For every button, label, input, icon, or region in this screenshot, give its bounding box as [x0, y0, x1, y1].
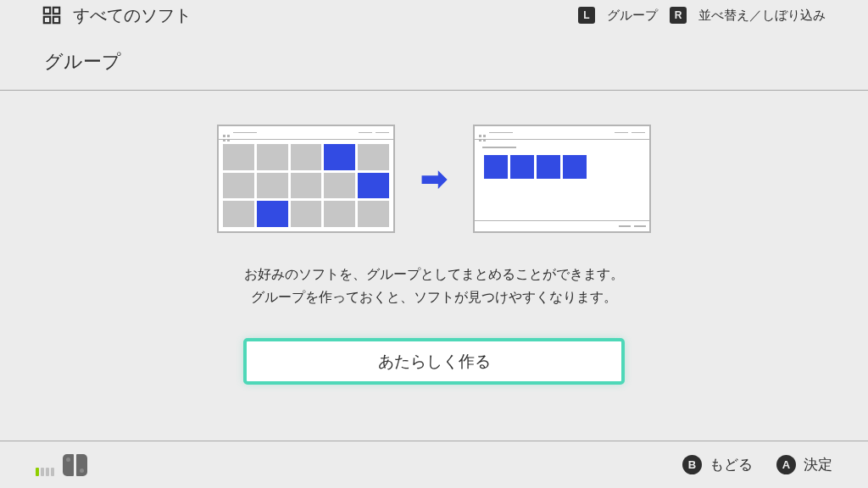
r-button-badge: R [670, 7, 687, 24]
svg-rect-9 [483, 135, 486, 137]
ok-label: 決定 [804, 455, 832, 474]
group-overlay: グループ ➡ [0, 30, 868, 488]
back-hint: B もどる [682, 455, 753, 474]
grid-icon [42, 6, 61, 25]
illustration-window-left [217, 125, 395, 233]
svg-rect-5 [227, 135, 230, 137]
arrow-icon: ➡ [420, 160, 448, 197]
controller-indicator [36, 454, 87, 476]
l-button-badge: L [578, 7, 595, 24]
svg-rect-1 [53, 8, 59, 14]
l-button-label: グループ [607, 8, 658, 24]
overlay-header: グループ [0, 30, 868, 91]
overlay-body: ➡ [0, 91, 868, 488]
background-title: すべてのソフト [73, 4, 192, 27]
overlay-title: グループ [44, 49, 824, 75]
joycon-left-icon [63, 454, 74, 476]
b-button-icon: B [682, 455, 702, 474]
svg-rect-2 [44, 17, 50, 23]
create-new-button[interactable]: あたらしく作る [243, 338, 625, 385]
svg-rect-3 [53, 17, 59, 23]
desc-line-2: グループを作っておくと、ソフトが見つけやすくなります。 [244, 286, 624, 308]
illustration-window-right [473, 125, 651, 233]
svg-rect-0 [44, 8, 50, 14]
back-label: もどる [709, 455, 753, 474]
description: お好みのソフトを、グループとしてまとめることができます。 グループを作っておくと… [244, 263, 624, 308]
svg-rect-4 [223, 135, 225, 137]
background-header: すべてのソフト L グループ R 並べ替え／しぼり込み [0, 0, 868, 30]
r-button-label: 並べ替え／しぼり込み [698, 8, 826, 24]
joycon-right-icon [76, 454, 87, 476]
svg-rect-8 [479, 135, 481, 137]
footer: B もどる A 決定 [0, 441, 868, 488]
group-illustration: ➡ [217, 125, 651, 233]
create-new-label: あたらしく作る [378, 351, 491, 373]
ok-hint: A 決定 [776, 455, 832, 474]
a-button-icon: A [776, 455, 796, 474]
desc-line-1: お好みのソフトを、グループとしてまとめることができます。 [244, 263, 624, 286]
